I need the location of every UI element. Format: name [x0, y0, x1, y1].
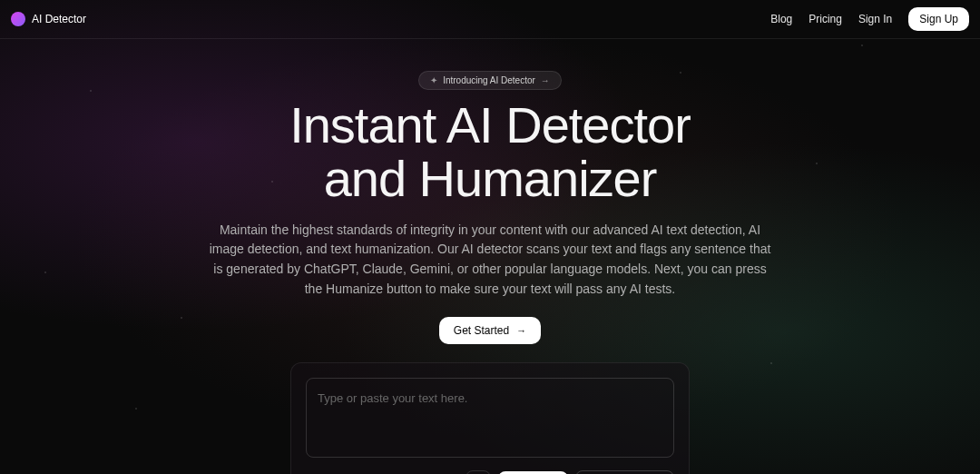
- arrow-right-icon: →: [541, 75, 550, 85]
- pill-text: Introducing AI Detector: [443, 75, 535, 85]
- signup-button[interactable]: Sign Up: [908, 7, 969, 31]
- card-footer: 0 words i Detect AI Humanize Text: [306, 470, 674, 474]
- brand-name: AI Detector: [32, 13, 86, 25]
- heading-line-2: and Humanizer: [324, 150, 657, 207]
- heading-line-1: Instant AI Detector: [289, 96, 691, 153]
- brand-logo-icon: [11, 12, 25, 26]
- hero-heading: Instant AI Detector and Humanizer: [289, 99, 691, 206]
- get-started-label: Get Started: [454, 324, 509, 337]
- nav: Blog Pricing Sign In Sign Up: [770, 7, 969, 31]
- humanize-text-button[interactable]: Humanize Text: [575, 470, 674, 474]
- actions-row: Detect AI Humanize Text: [466, 470, 674, 474]
- input-card: Type or paste your text here. 0 words i …: [290, 362, 690, 474]
- nav-signin[interactable]: Sign In: [858, 13, 892, 25]
- intro-pill[interactable]: ✦ Introducing AI Detector →: [418, 71, 562, 90]
- upload-button[interactable]: [466, 470, 491, 474]
- hero-subheading: Maintain the highest standards of integr…: [209, 221, 771, 300]
- arrow-right-icon: →: [516, 325, 526, 336]
- header: AI Detector Blog Pricing Sign In Sign Up: [0, 0, 980, 39]
- nav-blog[interactable]: Blog: [770, 13, 792, 25]
- nav-pricing[interactable]: Pricing: [808, 13, 842, 25]
- sparkle-icon: ✦: [430, 75, 437, 85]
- brand[interactable]: AI Detector: [11, 12, 86, 26]
- hero-section: ✦ Introducing AI Detector → Instant AI D…: [0, 39, 980, 474]
- input-placeholder: Type or paste your text here.: [318, 391, 467, 405]
- get-started-button[interactable]: Get Started →: [439, 317, 541, 344]
- text-input[interactable]: Type or paste your text here.: [306, 378, 674, 458]
